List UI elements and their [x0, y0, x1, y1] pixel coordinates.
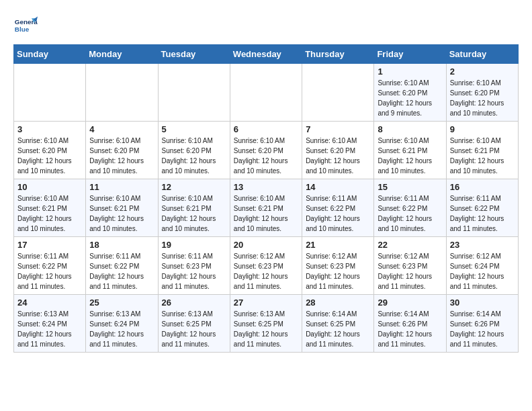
- day-info: Sunrise: 6:11 AM Sunset: 6:23 PM Dayligh…: [162, 251, 226, 291]
- day-info: Sunrise: 6:13 AM Sunset: 6:24 PM Dayligh…: [17, 309, 82, 349]
- day-info: Sunrise: 6:10 AM Sunset: 6:21 PM Dayligh…: [89, 193, 154, 234]
- day-number: 10: [17, 182, 82, 192]
- day-number: 1: [378, 66, 442, 77]
- day-info: Sunrise: 6:10 AM Sunset: 6:20 PM Dayligh…: [89, 136, 154, 176]
- weekday-header: Sunday: [14, 45, 86, 64]
- calendar-cell: 2Sunrise: 6:10 AM Sunset: 6:20 PM Daylig…: [446, 64, 518, 122]
- day-number: 2: [450, 66, 515, 77]
- day-number: 4: [89, 124, 154, 134]
- calendar-cell: 11Sunrise: 6:10 AM Sunset: 6:21 PM Dayli…: [86, 179, 158, 237]
- calendar-cell: 21Sunrise: 6:12 AM Sunset: 6:23 PM Dayli…: [302, 237, 374, 295]
- day-number: 24: [17, 298, 82, 308]
- day-number: 17: [17, 240, 82, 250]
- calendar-table: SundayMondayTuesdayWednesdayThursdayFrid…: [13, 44, 519, 353]
- day-number: 16: [450, 182, 515, 192]
- calendar-cell: 28Sunrise: 6:14 AM Sunset: 6:25 PM Dayli…: [302, 295, 374, 353]
- day-info: Sunrise: 6:10 AM Sunset: 6:21 PM Dayligh…: [17, 193, 82, 234]
- calendar-cell: 29Sunrise: 6:14 AM Sunset: 6:26 PM Dayli…: [374, 295, 446, 353]
- calendar-cell: 9Sunrise: 6:10 AM Sunset: 6:21 PM Daylig…: [446, 122, 518, 179]
- day-info: Sunrise: 6:12 AM Sunset: 6:24 PM Dayligh…: [450, 251, 515, 291]
- calendar-cell: 18Sunrise: 6:11 AM Sunset: 6:22 PM Dayli…: [86, 237, 158, 295]
- weekday-header: Tuesday: [158, 45, 230, 64]
- day-number: 21: [306, 240, 370, 250]
- calendar-cell: 3Sunrise: 6:10 AM Sunset: 6:20 PM Daylig…: [14, 122, 86, 179]
- day-number: 5: [162, 124, 226, 134]
- calendar-header: SundayMondayTuesdayWednesdayThursdayFrid…: [14, 45, 519, 64]
- calendar-cell: 14Sunrise: 6:11 AM Sunset: 6:22 PM Dayli…: [302, 179, 374, 237]
- day-number: 3: [17, 124, 82, 134]
- calendar-cell: 19Sunrise: 6:11 AM Sunset: 6:23 PM Dayli…: [158, 237, 230, 295]
- calendar-cell: 17Sunrise: 6:11 AM Sunset: 6:22 PM Dayli…: [14, 237, 86, 295]
- day-info: Sunrise: 6:10 AM Sunset: 6:20 PM Dayligh…: [17, 136, 82, 176]
- calendar-cell: [14, 64, 86, 122]
- svg-text:Blue: Blue: [15, 26, 30, 33]
- calendar-week-row: 17Sunrise: 6:11 AM Sunset: 6:22 PM Dayli…: [14, 237, 519, 295]
- calendar-cell: 25Sunrise: 6:13 AM Sunset: 6:24 PM Dayli…: [86, 295, 158, 353]
- day-number: 19: [162, 240, 226, 250]
- calendar-cell: 20Sunrise: 6:12 AM Sunset: 6:23 PM Dayli…: [230, 237, 302, 295]
- day-number: 29: [378, 298, 442, 308]
- page-header: General Blue: [13, 13, 519, 38]
- day-info: Sunrise: 6:11 AM Sunset: 6:22 PM Dayligh…: [17, 251, 82, 291]
- calendar-cell: 15Sunrise: 6:11 AM Sunset: 6:22 PM Dayli…: [374, 179, 446, 237]
- day-number: 6: [234, 124, 298, 134]
- day-info: Sunrise: 6:12 AM Sunset: 6:23 PM Dayligh…: [306, 251, 370, 291]
- day-number: 23: [450, 240, 515, 250]
- day-number: 9: [450, 124, 515, 134]
- logo: General Blue: [13, 13, 38, 38]
- logo-icon: General Blue: [13, 13, 38, 38]
- calendar-cell: 7Sunrise: 6:10 AM Sunset: 6:20 PM Daylig…: [302, 122, 374, 179]
- day-number: 25: [89, 298, 154, 308]
- day-number: 11: [89, 182, 154, 192]
- day-number: 26: [162, 298, 226, 308]
- day-info: Sunrise: 6:10 AM Sunset: 6:21 PM Dayligh…: [234, 193, 298, 234]
- day-info: Sunrise: 6:10 AM Sunset: 6:20 PM Dayligh…: [306, 136, 370, 176]
- weekday-header: Monday: [86, 45, 158, 64]
- weekday-header: Wednesday: [230, 45, 302, 64]
- day-info: Sunrise: 6:10 AM Sunset: 6:20 PM Dayligh…: [378, 78, 442, 118]
- day-info: Sunrise: 6:10 AM Sunset: 6:21 PM Dayligh…: [378, 136, 442, 176]
- day-info: Sunrise: 6:13 AM Sunset: 6:24 PM Dayligh…: [89, 309, 154, 349]
- day-info: Sunrise: 6:11 AM Sunset: 6:22 PM Dayligh…: [450, 193, 515, 234]
- calendar-cell: 27Sunrise: 6:13 AM Sunset: 6:25 PM Dayli…: [230, 295, 302, 353]
- day-info: Sunrise: 6:11 AM Sunset: 6:22 PM Dayligh…: [378, 193, 442, 234]
- day-info: Sunrise: 6:11 AM Sunset: 6:22 PM Dayligh…: [306, 193, 370, 234]
- calendar-cell: 4Sunrise: 6:10 AM Sunset: 6:20 PM Daylig…: [86, 122, 158, 179]
- calendar-cell: 5Sunrise: 6:10 AM Sunset: 6:20 PM Daylig…: [158, 122, 230, 179]
- calendar-cell: 12Sunrise: 6:10 AM Sunset: 6:21 PM Dayli…: [158, 179, 230, 237]
- calendar-cell: 13Sunrise: 6:10 AM Sunset: 6:21 PM Dayli…: [230, 179, 302, 237]
- day-info: Sunrise: 6:12 AM Sunset: 6:23 PM Dayligh…: [234, 251, 298, 291]
- calendar-week-row: 1Sunrise: 6:10 AM Sunset: 6:20 PM Daylig…: [14, 64, 519, 122]
- day-number: 8: [378, 124, 442, 134]
- calendar-cell: 24Sunrise: 6:13 AM Sunset: 6:24 PM Dayli…: [14, 295, 86, 353]
- day-info: Sunrise: 6:10 AM Sunset: 6:20 PM Dayligh…: [450, 78, 515, 118]
- calendar-week-row: 10Sunrise: 6:10 AM Sunset: 6:21 PM Dayli…: [14, 179, 519, 237]
- day-number: 18: [89, 240, 154, 250]
- day-number: 28: [306, 298, 370, 308]
- weekday-header: Saturday: [446, 45, 518, 64]
- day-info: Sunrise: 6:10 AM Sunset: 6:20 PM Dayligh…: [234, 136, 298, 176]
- calendar-cell: 26Sunrise: 6:13 AM Sunset: 6:25 PM Dayli…: [158, 295, 230, 353]
- calendar-cell: 10Sunrise: 6:10 AM Sunset: 6:21 PM Dayli…: [14, 179, 86, 237]
- day-number: 27: [234, 298, 298, 308]
- day-number: 30: [450, 298, 515, 308]
- day-info: Sunrise: 6:10 AM Sunset: 6:21 PM Dayligh…: [162, 193, 226, 234]
- day-number: 13: [234, 182, 298, 192]
- calendar-cell: [302, 64, 374, 122]
- calendar-cell: [86, 64, 158, 122]
- day-number: 20: [234, 240, 298, 250]
- day-info: Sunrise: 6:12 AM Sunset: 6:23 PM Dayligh…: [378, 251, 442, 291]
- calendar-cell: 16Sunrise: 6:11 AM Sunset: 6:22 PM Dayli…: [446, 179, 518, 237]
- day-info: Sunrise: 6:10 AM Sunset: 6:21 PM Dayligh…: [450, 136, 515, 176]
- calendar-week-row: 24Sunrise: 6:13 AM Sunset: 6:24 PM Dayli…: [14, 295, 519, 353]
- day-number: 15: [378, 182, 442, 192]
- weekday-header: Thursday: [302, 45, 374, 64]
- calendar-cell: 8Sunrise: 6:10 AM Sunset: 6:21 PM Daylig…: [374, 122, 446, 179]
- day-number: 12: [162, 182, 226, 192]
- calendar-week-row: 3Sunrise: 6:10 AM Sunset: 6:20 PM Daylig…: [14, 122, 519, 179]
- calendar-cell: 30Sunrise: 6:14 AM Sunset: 6:26 PM Dayli…: [446, 295, 518, 353]
- day-info: Sunrise: 6:13 AM Sunset: 6:25 PM Dayligh…: [234, 309, 298, 349]
- day-info: Sunrise: 6:10 AM Sunset: 6:20 PM Dayligh…: [162, 136, 226, 176]
- day-info: Sunrise: 6:14 AM Sunset: 6:26 PM Dayligh…: [378, 309, 442, 349]
- day-number: 22: [378, 240, 442, 250]
